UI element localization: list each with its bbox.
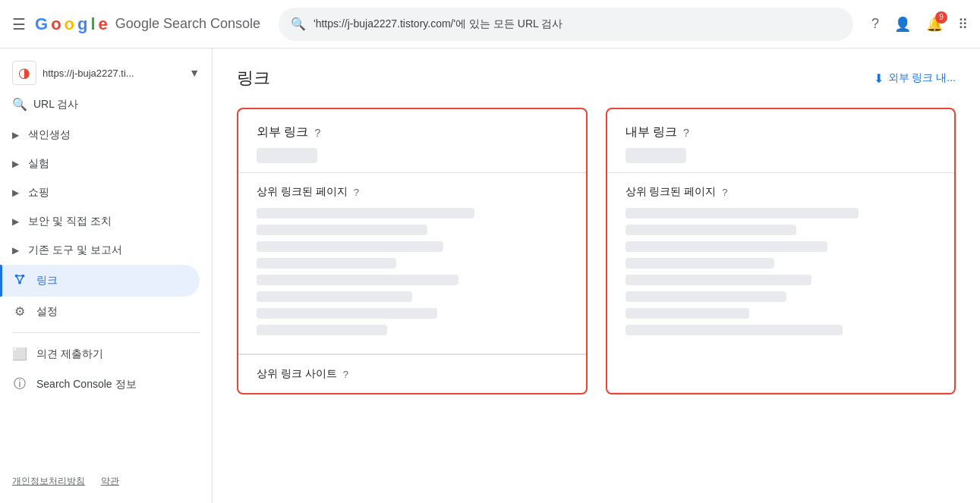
section-title-row: 상위 링크된 페이지 ? (625, 185, 937, 199)
placeholder-8 (625, 325, 843, 335)
placeholder-5 (257, 275, 458, 285)
help-icon[interactable]: ? (871, 16, 879, 32)
placeholder-4 (257, 258, 396, 269)
placeholder-4 (625, 258, 775, 269)
search-icon: 🔍 (291, 17, 306, 31)
topbar-right: ? 👤 🔔 9 ⠿ (871, 16, 968, 33)
sidebar-item-links-label: 링크 (36, 274, 58, 288)
search-bar[interactable]: 🔍 'https://j-buja2227.tistory.com/'에 있는 … (279, 8, 853, 41)
info-icon: ⓘ (12, 376, 27, 392)
external-top-sites-section: 상위 링크 사이트 ? (238, 354, 586, 393)
download-icon: ⬇ (874, 71, 884, 86)
topbar-left: ☰ Google Google Search Console (12, 14, 260, 34)
feedback-icon: ⬜ (12, 347, 27, 361)
internal-top-pages-section: 상위 링크된 페이지 ? (607, 173, 955, 393)
internal-card-title: 내부 링크 (625, 124, 677, 140)
placeholder-8 (257, 325, 387, 335)
privacy-link[interactable]: 개인정보처리방침 (12, 476, 85, 486)
sidebar-group-label: 보안 및 직접 조치 (28, 215, 112, 228)
content-area: 링크 ⬇ 외부 링크 내... 외부 링크 ? 상위 링크된 (213, 49, 980, 503)
page-title: 링크 (237, 67, 270, 90)
sidebar-item-settings-label: 설정 (36, 305, 58, 319)
external-bottom-help[interactable]: ? (343, 369, 348, 380)
sidebar: ◑ https://j-buja2227.ti... ▼ 🔍 URL 검사 ▶ … (0, 49, 213, 503)
account-icon[interactable]: 👤 (894, 16, 911, 33)
links-icon (12, 272, 27, 289)
sidebar-group-shopping[interactable]: ▶ 쇼핑 (0, 178, 212, 207)
apps-icon[interactable]: ⠿ (958, 16, 968, 33)
property-arrow: ▼ (189, 67, 200, 79)
sidebar-group-label: 쇼핑 (28, 186, 49, 200)
external-bottom-title: 상위 링크 사이트 (257, 367, 337, 381)
sidebar-divider (12, 332, 200, 333)
content-header: 링크 ⬇ 외부 링크 내... (237, 67, 956, 90)
external-help-icon[interactable]: ? (314, 127, 320, 139)
internal-links-card: 내부 링크 ? 상위 링크된 페이지 ? (606, 108, 956, 395)
placeholder-7 (625, 308, 750, 319)
placeholder-6 (257, 291, 412, 302)
property-selector[interactable]: ◑ https://j-buja2227.ti... ▼ (0, 55, 212, 91)
external-top-pages-section: 상위 링크된 페이지 ? (238, 173, 586, 354)
sidebar-feedback-label: 의견 제출하기 (36, 347, 103, 361)
settings-icon: ⚙ (12, 304, 27, 319)
arrow-icon: ▶ (12, 245, 19, 256)
notification-badge: 9 (935, 11, 947, 24)
sidebar-group-label: 기존 도구 및 보고서 (28, 244, 122, 257)
card-title-row: 내부 링크 ? (625, 124, 937, 140)
internal-help-icon[interactable]: ? (683, 127, 689, 139)
active-border (0, 265, 2, 297)
sidebar-info[interactable]: ⓘ Search Console 정보 (0, 369, 212, 400)
placeholder-2 (625, 225, 796, 235)
external-section-help[interactable]: ? (354, 187, 359, 198)
placeholder-3 (257, 241, 443, 252)
sidebar-group-index[interactable]: ▶ 색인생성 (0, 121, 212, 149)
internal-section-title: 상위 링크된 페이지 (625, 185, 717, 199)
external-card-header: 외부 링크 ? (238, 109, 586, 173)
topbar: ☰ Google Google Search Console 🔍 'https:… (0, 0, 980, 49)
sidebar-footer: 개인정보처리방침 약관 (0, 464, 212, 497)
cards-container: 외부 링크 ? 상위 링크된 페이지 ? (237, 108, 956, 395)
export-button[interactable]: ⬇ 외부 링크 내... (874, 71, 956, 86)
sidebar-group-experiment[interactable]: ▶ 실험 (0, 149, 212, 178)
placeholder-1 (625, 208, 859, 218)
sidebar-info-label: Search Console 정보 (36, 378, 137, 391)
card-title-row: 외부 링크 ? (257, 124, 568, 140)
notification-icon[interactable]: 🔔 9 (926, 16, 943, 33)
internal-card-header: 내부 링크 ? (607, 109, 955, 173)
url-search-icon: 🔍 (12, 97, 27, 112)
placeholder-6 (625, 291, 787, 302)
sidebar-group-legacy[interactable]: ▶ 기존 도구 및 보고서 (0, 236, 212, 265)
hamburger-icon[interactable]: ☰ (12, 15, 26, 33)
bottom-title-row: 상위 링크 사이트 ? (257, 367, 568, 381)
search-bar-text: 'https://j-buja2227.tistory.com/'에 있는 모든… (314, 17, 562, 31)
section-title-row: 상위 링크된 페이지 ? (257, 185, 568, 199)
placeholder-7 (257, 308, 437, 319)
placeholder-3 (625, 241, 827, 252)
sidebar-url-search[interactable]: 🔍 URL 검사 (0, 94, 212, 121)
main-container: ◑ https://j-buja2227.ti... ▼ 🔍 URL 검사 ▶ … (0, 49, 980, 503)
external-count (257, 148, 317, 163)
sidebar-item-settings[interactable]: ⚙ 설정 (0, 297, 200, 326)
property-icon: ◑ (12, 61, 36, 85)
export-label: 외부 링크 내... (888, 71, 956, 85)
external-links-card: 외부 링크 ? 상위 링크된 페이지 ? (237, 108, 588, 395)
arrow-icon: ▶ (12, 216, 19, 227)
arrow-icon: ▶ (12, 130, 19, 140)
sidebar-group-security[interactable]: ▶ 보안 및 직접 조치 (0, 207, 212, 236)
external-section-title: 상위 링크된 페이지 (257, 185, 348, 199)
sidebar-search-label: URL 검사 (33, 98, 78, 112)
arrow-icon: ▶ (12, 187, 19, 198)
placeholder-2 (257, 225, 427, 235)
placeholder-5 (625, 275, 812, 285)
sidebar-group-label: 색인생성 (28, 128, 71, 142)
placeholder-1 (257, 208, 474, 218)
sidebar-feedback[interactable]: ⬜ 의견 제출하기 (0, 339, 212, 369)
app-title: Google Search Console (115, 16, 260, 32)
svg-line-4 (17, 276, 20, 283)
sidebar-item-links[interactable]: 링크 (0, 265, 200, 297)
internal-count (625, 148, 686, 163)
external-card-title: 외부 링크 (257, 124, 308, 140)
terms-link[interactable]: 약관 (101, 476, 119, 486)
svg-line-5 (20, 276, 24, 283)
internal-section-help[interactable]: ? (722, 187, 727, 198)
